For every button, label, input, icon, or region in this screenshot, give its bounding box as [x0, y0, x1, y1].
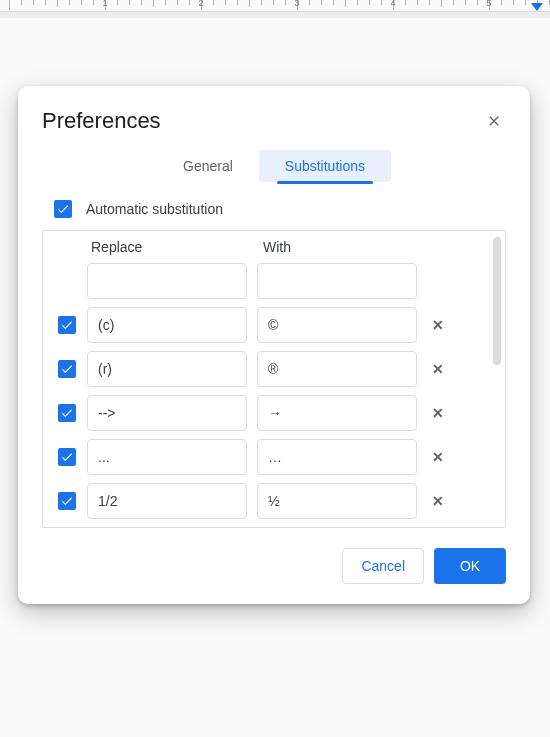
replace-input[interactable]: [87, 307, 247, 343]
column-header-replace: Replace: [91, 239, 142, 255]
with-input[interactable]: [257, 483, 417, 519]
with-input[interactable]: [257, 395, 417, 431]
replace-input[interactable]: [87, 395, 247, 431]
automatic-substitution-row: Automatic substitution: [18, 196, 530, 230]
ok-button[interactable]: OK: [434, 548, 506, 584]
table-row: ✕: [43, 523, 491, 527]
cancel-button[interactable]: Cancel: [342, 548, 424, 584]
row-checkbox-slot: [57, 360, 77, 378]
preferences-dialog: Preferences General Substitutions Automa…: [18, 86, 530, 604]
replace-input[interactable]: [87, 483, 247, 519]
row-checkbox[interactable]: [58, 448, 76, 466]
delete-row-icon[interactable]: ✕: [427, 361, 449, 377]
tabs: General Substitutions: [18, 144, 530, 196]
table-row: ✕: [43, 391, 491, 435]
table-row: ✕: [43, 347, 491, 391]
row-checkbox-slot: [57, 316, 77, 334]
row-checkbox[interactable]: [58, 492, 76, 510]
replace-input[interactable]: [87, 263, 247, 299]
delete-row-icon[interactable]: ✕: [427, 449, 449, 465]
delete-row-icon[interactable]: ✕: [427, 317, 449, 333]
substitutions-table: Replace With ✕✕✕✕✕✕✕: [42, 230, 506, 528]
row-checkbox[interactable]: [58, 404, 76, 422]
with-input[interactable]: [257, 439, 417, 475]
delete-row-icon[interactable]: ✕: [427, 493, 449, 509]
column-header-with: With: [263, 239, 291, 255]
replace-input[interactable]: [87, 439, 247, 475]
table-row: ✕: [43, 259, 491, 303]
table-row: ✕: [43, 479, 491, 523]
tab-general[interactable]: General: [157, 150, 259, 182]
scrollbar[interactable]: [493, 237, 501, 365]
dialog-title: Preferences: [42, 108, 161, 134]
with-input[interactable]: [257, 263, 417, 299]
with-input[interactable]: [257, 351, 417, 387]
row-checkbox-slot: [57, 448, 77, 466]
replace-input[interactable]: [87, 351, 247, 387]
automatic-substitution-checkbox[interactable]: [54, 200, 72, 218]
row-checkbox[interactable]: [58, 316, 76, 334]
table-row: ✕: [43, 303, 491, 347]
delete-row-icon[interactable]: ✕: [427, 405, 449, 421]
close-icon[interactable]: [482, 109, 506, 133]
table-row: ✕: [43, 435, 491, 479]
row-checkbox-slot: [57, 404, 77, 422]
row-checkbox[interactable]: [58, 360, 76, 378]
dialog-footer: Cancel OK: [18, 528, 530, 584]
with-input[interactable]: [257, 307, 417, 343]
row-checkbox-slot: [57, 492, 77, 510]
automatic-substitution-label: Automatic substitution: [86, 201, 223, 217]
tab-substitutions[interactable]: Substitutions: [259, 150, 391, 182]
